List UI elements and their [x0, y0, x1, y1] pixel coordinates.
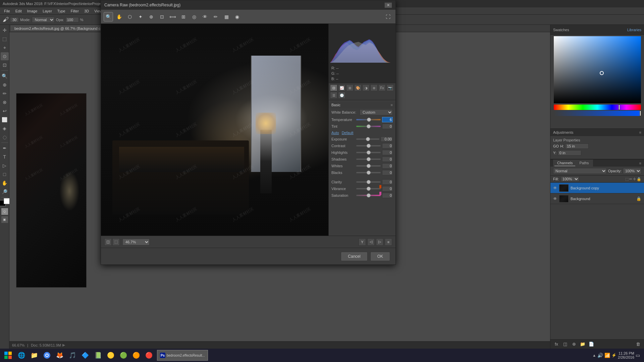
cr-blacks-slider[interactable] [356, 172, 381, 173]
layer-visibility-eye[interactable]: 👁 [553, 186, 557, 190]
lock-transparent-icon[interactable]: ⬚ [625, 177, 629, 181]
cr-radial-filter-tool[interactable]: ◉ [232, 12, 242, 21]
cr-save-btn[interactable]: ≡ [385, 238, 392, 246]
cr-fullscreen-btn[interactable]: ⛶ [383, 12, 393, 21]
cr-color-sampler-tool[interactable]: ✦ [136, 12, 145, 21]
cr-exposure-value[interactable] [381, 136, 393, 142]
cr-shadows-value[interactable] [382, 157, 393, 162]
brush-tool-icon[interactable]: 🖌 [3, 16, 9, 23]
taskbar-yellow-icon[interactable]: 🟡 [105, 349, 117, 361]
adjustments-menu-icon[interactable]: ≡ [639, 130, 641, 134]
cr-tab-camera[interactable]: 📷 [386, 84, 394, 91]
cr-redeye-tool[interactable]: 👁 [200, 12, 210, 21]
zoom-tool[interactable]: 🔎 [1, 188, 9, 196]
cr-spot-removal-tool[interactable]: ◎ [190, 12, 199, 21]
cr-ok-button[interactable]: OK [370, 252, 390, 261]
cr-blacks-value[interactable] [382, 170, 393, 175]
move-tool[interactable]: ✛ [1, 26, 9, 34]
cr-tab-fx[interactable]: Fx [378, 84, 386, 91]
channels-menu-icon[interactable]: ≡ [639, 161, 641, 165]
opacity-input[interactable] [65, 17, 79, 22]
lock-all-icon[interactable]: 🔒 [637, 177, 641, 181]
cr-vibrance-slider-container[interactable] [356, 186, 381, 191]
taskbar-chrome-icon[interactable] [41, 349, 53, 361]
systray-speaker-icon[interactable]: 🔊 [597, 353, 603, 358]
cr-tint-slider-container[interactable] [356, 124, 381, 129]
cr-view-btn[interactable]: ⬚ [112, 238, 120, 246]
menu-filter[interactable]: Filter [68, 8, 82, 14]
cr-tab-detail[interactable]: ⊞ [346, 84, 354, 91]
cr-whites-value[interactable] [382, 163, 393, 169]
cr-highlights-slider-container[interactable] [356, 150, 381, 155]
cr-vibrance-slider[interactable] [356, 188, 381, 189]
cr-tab-tone-curve[interactable]: 📈 [338, 84, 345, 91]
background-color[interactable] [4, 198, 10, 204]
cr-zoom-select[interactable]: 46.7% 25% 50% 100% Fit in View Fill View [122, 239, 150, 245]
cr-exposure-slider-container[interactable] [356, 136, 379, 142]
screen-mode-btn[interactable]: ▣ [1, 216, 8, 223]
cr-highlights-value[interactable] [382, 150, 393, 155]
cr-next-btn[interactable]: ▷ [376, 238, 383, 246]
taskbar-explorer-icon[interactable]: 📁 [28, 349, 40, 361]
clone-stamp-tool[interactable]: ⊗ [1, 98, 9, 106]
cr-straighten-tool[interactable]: ⟺ [168, 12, 177, 21]
menu-file[interactable]: File [1, 8, 13, 14]
layer-fx-button[interactable]: fx [553, 341, 560, 348]
layer-item-bg-copy[interactable]: 👁 Background copy [550, 183, 644, 193]
layer-visibility-eye-2[interactable]: 👁 [553, 196, 557, 201]
dodge-tool[interactable]: ◌ [1, 133, 9, 141]
systray-network-icon[interactable]: 📶 [604, 353, 610, 358]
brush-tool[interactable]: ✏ [1, 89, 9, 98]
menu-3d[interactable]: 3D [82, 8, 92, 14]
marquee-tool[interactable]: ⬚ [1, 35, 9, 43]
cr-preview-btn[interactable]: ◁ [367, 238, 375, 246]
cr-tint-slider[interactable] [356, 126, 381, 127]
show-desktop-btn[interactable]: ▭ [636, 353, 640, 358]
cr-vibrance-value[interactable] [382, 186, 393, 191]
system-clock[interactable]: 11:26 PM 2/26/2016 [618, 351, 634, 359]
h-value-input[interactable] [565, 143, 589, 149]
blend-mode-select[interactable]: Normal Multiply Screen [32, 17, 55, 23]
cr-temperature-slider[interactable] [356, 119, 381, 120]
lock-position-icon[interactable]: ✛ [633, 177, 636, 181]
cr-saturation-slider-container[interactable] [356, 193, 381, 198]
start-button[interactable] [1, 349, 15, 361]
lock-pixels-icon[interactable]: ✏ [629, 177, 632, 181]
cr-close-button[interactable]: ✕ [384, 2, 392, 8]
cr-hand-tool[interactable]: ✋ [114, 12, 124, 21]
crop-tool[interactable]: ⊡ [1, 61, 9, 69]
taskbar-green-icon[interactable]: 📗 [92, 349, 104, 361]
cr-tab-snapshots[interactable]: 🕑 [338, 92, 345, 99]
cr-wb-select[interactable]: Custom As Shot Auto Daylight Cloudy Tung… [360, 109, 393, 115]
taskbar-ps-window[interactable]: Ps bedroom2.effectsResult... [157, 350, 208, 361]
color-gradient[interactable] [554, 36, 641, 103]
cr-before-after-btn[interactable]: ◫ [104, 238, 112, 246]
cr-saturation-slider[interactable] [356, 195, 381, 196]
cr-whites-slider-container[interactable] [356, 163, 381, 169]
cr-tab-basic[interactable]: ⊡ [330, 84, 337, 91]
cr-blacks-slider-container[interactable] [356, 170, 381, 175]
cr-targeted-adj-tool[interactable]: ⊕ [147, 12, 156, 21]
cr-adj-brush-tool[interactable]: ✏ [211, 12, 220, 21]
lasso-tool[interactable]: ⌖ [1, 44, 9, 52]
cr-shadows-slider[interactable] [356, 159, 381, 160]
shape-tool[interactable]: □ [1, 170, 9, 178]
cr-cancel-button[interactable]: Cancel [341, 252, 367, 261]
quick-mask-btn[interactable]: Q [1, 208, 8, 215]
eyedropper-tool[interactable]: 🔍 [1, 72, 9, 80]
hand-tool[interactable]: ✋ [1, 179, 9, 187]
layer-mask-button[interactable]: ◫ [562, 341, 569, 348]
cr-clarity-slider-container[interactable] [356, 179, 381, 185]
taskbar-media-icon[interactable]: 🎵 [66, 349, 78, 361]
fg-bg-colors[interactable] [0, 200, 10, 206]
y-value-input[interactable] [558, 150, 581, 156]
path-select-tool[interactable]: ▷ [1, 162, 9, 170]
cr-image-area[interactable]: 人人素材社区 人人素材社区 人人素材社区 人人素材社区 人人素材社区 人人素材社… [101, 24, 328, 236]
layer-item-bg[interactable]: 👁 Background 🔒 [550, 193, 644, 204]
cr-exposure-slider[interactable] [356, 138, 379, 140]
cr-tab-split-toning[interactable]: ◑ [362, 84, 370, 91]
quick-select-tool[interactable]: ⊙ [1, 52, 9, 60]
layer-group-button[interactable]: 📁 [579, 341, 586, 348]
taskbar-ie-icon[interactable]: 🌐 [15, 349, 28, 361]
cr-default-btn[interactable]: Default [342, 131, 354, 135]
